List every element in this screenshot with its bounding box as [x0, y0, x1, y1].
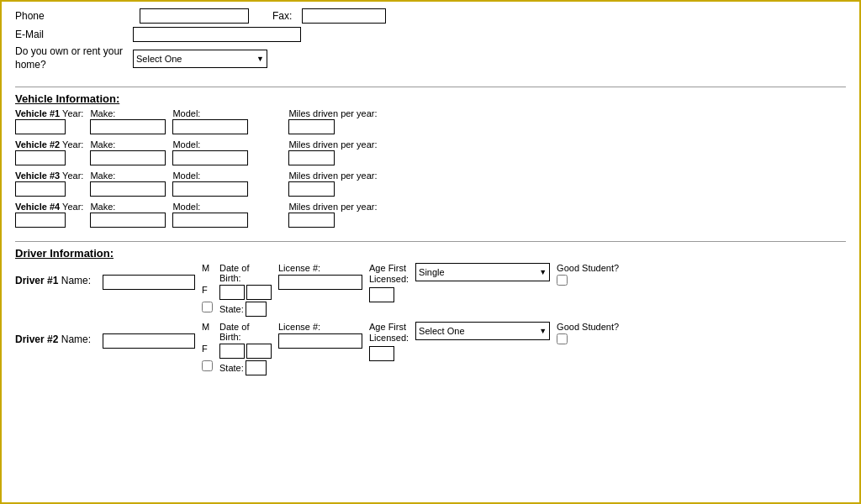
driver-2-state-label: State: — [219, 363, 244, 373]
vehicle-3-make[interactable] — [90, 181, 166, 197]
vehicle-2-label: Vehicle #2 Year: — [15, 139, 83, 150]
vehicle-2-make-label: Make: — [90, 139, 166, 150]
page: Phone Fax: E-Mail Do you own or rent you… — [2, 2, 859, 502]
driver-2-f-checkbox[interactable] — [202, 360, 213, 371]
phone-input[interactable] — [140, 8, 249, 24]
vehicle-4-model[interactable] — [172, 213, 248, 228]
driver-1-age-input[interactable] — [369, 287, 394, 302]
vehicle-4-miles-label: Miles driven per year: — [288, 202, 377, 212]
vehicle-1-year[interactable] — [15, 119, 66, 134]
driver-2-name-col — [103, 333, 195, 349]
vehicle-2-make[interactable] — [90, 150, 166, 165]
driver-2-m-label: M — [202, 322, 209, 332]
driver-1-dob-inputs — [219, 285, 272, 300]
driver-2-marital-select[interactable]: Select One Single Married Divorced Widow… — [415, 322, 550, 340]
driver-2-license-label: License #: — [278, 322, 362, 332]
driver-1-license-label: License #: — [278, 263, 362, 273]
driver-1-f-label: F — [202, 285, 208, 295]
driver-1-m-label: M — [202, 263, 209, 273]
vehicle-4-miles-col: Miles driven per year: — [288, 202, 377, 228]
vehicle-4-miles[interactable] — [288, 213, 335, 228]
driver-1-good-student-col: Good Student? — [557, 263, 619, 286]
driver-1-m-checkbox[interactable] — [202, 302, 213, 312]
vehicle-2-entry: Vehicle #2 Year: Make: Model: Miles driv… — [15, 139, 846, 165]
driver-2-age-col: Age FirstLicensed: — [369, 322, 409, 360]
vehicle-1-model-label: Model: — [172, 108, 248, 118]
driver-2-good-student-checkbox[interactable] — [557, 333, 568, 344]
vehicle-2-miles[interactable] — [288, 150, 335, 165]
vehicle-4-label-col: Vehicle #4 Year: — [15, 202, 83, 228]
driver-1-state-label: State: — [219, 304, 244, 314]
driver-1-entry: Driver #1 Name: M F Date ofBirth: — [15, 263, 846, 317]
home-row: Do you own or rent your home? Select One… — [15, 45, 846, 71]
driver-2-license-input[interactable] — [278, 333, 362, 349]
vehicle-3-model[interactable] — [172, 181, 248, 197]
driver-1-good-student-checkbox[interactable] — [557, 275, 568, 286]
vehicle-3-label-col: Vehicle #3 Year: — [15, 171, 83, 197]
vehicle-2-make-col: Make: — [90, 139, 166, 165]
driver-section: Driver Information: Driver #1 Name: M F — [15, 247, 846, 375]
vehicle-4-entry: Vehicle #4 Year: Make: Model: Miles driv… — [15, 202, 846, 228]
driver-2-age-label: Age FirstLicensed: — [369, 322, 409, 344]
vehicle-1-make-col: Make: — [90, 108, 166, 134]
driver-1-state-row: State: — [219, 302, 272, 317]
vehicle-1-miles[interactable] — [288, 119, 335, 134]
vehicle-1-make-label: Make: — [90, 108, 166, 118]
driver-1-name-input[interactable] — [103, 275, 195, 290]
driver-2-f-row: F — [202, 344, 213, 354]
driver-2-dob-inputs — [219, 344, 272, 359]
vehicle-4-year[interactable] — [15, 213, 66, 228]
top-section: Phone Fax: E-Mail Do you own or rent you… — [15, 8, 846, 81]
vehicle-1-entry: Vehicle #1 Year: Make: Model: Miles driv… — [15, 108, 846, 134]
driver-2-dob-dd[interactable] — [246, 344, 272, 359]
vehicle-3-entry: Vehicle #3 Year: Make: Model: Miles driv… — [15, 171, 846, 197]
vehicle-3-make-label: Make: — [90, 171, 166, 181]
driver-2-gender-col: M F — [202, 322, 213, 374]
driver-2-state-row: State: — [219, 360, 272, 375]
vehicle-2-model[interactable] — [172, 150, 248, 165]
vehicle-section: Vehicle Information: Vehicle #1 Year: Ma… — [15, 92, 846, 236]
driver-1-dob-mm[interactable] — [219, 285, 245, 300]
vehicle-1-model-col: Model: — [172, 108, 248, 134]
vehicle-1-miles-col: Miles driven per year: — [288, 108, 377, 134]
vehicle-2-miles-col: Miles driven per year: — [288, 139, 377, 165]
vehicle-1-make[interactable] — [90, 119, 166, 134]
driver-2-age-input[interactable] — [369, 346, 394, 361]
driver-1-gender-col: M F — [202, 263, 213, 315]
driver-1-dob-dd[interactable] — [246, 285, 272, 300]
driver-1-m-row: M — [202, 263, 213, 273]
driver-1-age-label: Age FirstLicensed: — [369, 263, 409, 285]
vehicle-2-model-label: Model: — [172, 139, 248, 150]
driver-1-id-label: Driver #1 Name: — [15, 275, 99, 286]
email-row: E-Mail — [15, 27, 846, 42]
vehicle-4-make-col: Make: — [90, 202, 166, 228]
email-input[interactable] — [133, 27, 301, 42]
driver-1-marital-select[interactable]: Single Married Divorced Widowed — [415, 263, 550, 281]
driver-1-license-input[interactable] — [278, 275, 362, 290]
driver-2-dob-col: Date ofBirth: State: — [219, 322, 272, 375]
driver-2-name-input[interactable] — [103, 333, 195, 349]
vehicle-1-miles-label: Miles driven per year: — [288, 108, 377, 118]
fax-input[interactable] — [302, 8, 386, 24]
vehicle-1-model[interactable] — [172, 119, 248, 134]
driver-2-license-col: License #: — [278, 322, 362, 349]
driver-1-marital-wrapper: Single Married Divorced Widowed — [415, 263, 550, 281]
vehicle-3-year[interactable] — [15, 181, 66, 197]
vehicle-2-label-col: Vehicle #2 Year: — [15, 139, 83, 165]
vehicle-3-miles[interactable] — [288, 181, 335, 197]
vehicle-2-year[interactable] — [15, 150, 66, 165]
driver-2-dob-mm[interactable] — [219, 344, 245, 359]
driver-2-marital-col: Select One Single Married Divorced Widow… — [415, 322, 550, 340]
driver-2-good-student-label: Good Student? — [557, 322, 619, 332]
vehicle-4-make[interactable] — [90, 213, 166, 228]
vehicle-2-model-col: Model: — [172, 139, 248, 165]
driver-section-title: Driver Information: — [15, 247, 846, 260]
driver-1-dob-col: Date ofBirth: State: — [219, 263, 272, 317]
driver-2-state-input[interactable] — [246, 360, 267, 375]
driver-2-m-row: M — [202, 322, 213, 332]
phone-row: Phone Fax: — [15, 8, 846, 24]
home-select[interactable]: Select One Own Rent — [133, 50, 267, 68]
divider-1 — [15, 87, 846, 87]
vehicle-3-model-label: Model: — [172, 171, 248, 181]
driver-1-state-input[interactable] — [246, 302, 267, 317]
